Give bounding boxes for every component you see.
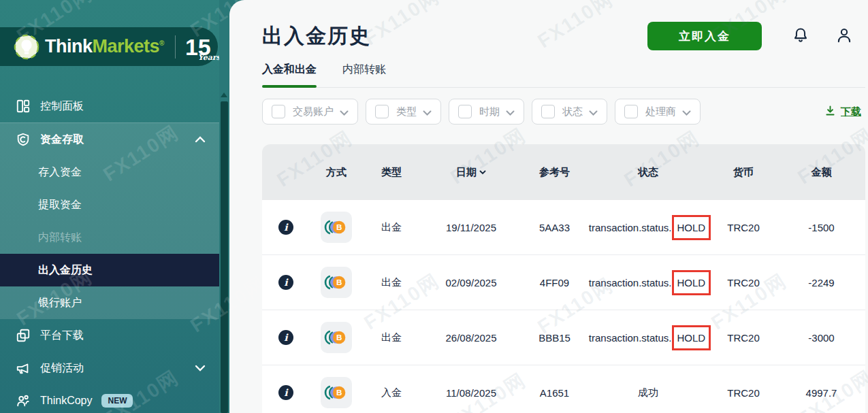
filter-processor[interactable]: 处理商 xyxy=(615,99,701,125)
reference-cell: BBB15 xyxy=(522,332,587,344)
sidebar-item-transaction-history[interactable]: 出入金历史 xyxy=(0,254,219,286)
svg-text:B: B xyxy=(336,222,342,231)
status-cell: 成功 xyxy=(587,386,709,399)
fifteen-years-badge: 15Years xyxy=(185,35,211,59)
col-amount: 金额 xyxy=(777,166,865,179)
person-icon xyxy=(835,27,853,46)
tab-deposits-withdrawals[interactable]: 入金和出金 xyxy=(262,63,317,87)
checkbox[interactable] xyxy=(375,105,389,118)
filter-status[interactable]: 状态 xyxy=(532,99,607,125)
col-method: 方式 xyxy=(310,166,363,179)
chevron-down-icon xyxy=(589,106,598,118)
currency-cell: TRC20 xyxy=(709,222,777,233)
sidebar-item-funds-access[interactable]: 资金存取 xyxy=(0,123,219,156)
sidebar-item-label: 提取资金 xyxy=(38,198,82,212)
info-icon[interactable]: i xyxy=(278,385,293,400)
sidebar-item-label: 控制面板 xyxy=(40,99,84,114)
sidebar-item-platform-download[interactable]: 平台下载 xyxy=(0,319,219,352)
crypto-method-icon: B xyxy=(321,212,352,243)
brand-wordmark: ThinkMarkets® xyxy=(45,36,164,57)
sidebar-item-bank-accounts[interactable]: 银行账户 xyxy=(0,286,219,319)
sidebar-item-promotions[interactable]: 促销活动 xyxy=(0,352,219,384)
hold-status-annotation: HOLD xyxy=(672,215,711,240)
hold-status-annotation: HOLD xyxy=(672,325,711,350)
type-cell: 出金 xyxy=(363,331,420,344)
col-currency: 货币 xyxy=(709,166,777,179)
crypto-method-icon: B xyxy=(321,377,352,408)
brand-logo[interactable]: ThinkMarkets® 15Years xyxy=(0,27,218,66)
checkbox[interactable] xyxy=(272,105,285,118)
sidebar-item-deposit-funds[interactable]: 存入资金 xyxy=(0,156,219,188)
chevron-down-icon xyxy=(682,106,691,118)
table-row: i B 出金 19/11/2025 5AA33 transaction.stat… xyxy=(262,200,865,255)
people-icon xyxy=(15,393,31,408)
date-cell: 02/09/2025 xyxy=(420,277,522,288)
sidebar-nav: 控制面板 资金存取 存入资金 提取资金 内部转账 出入金历史 银行账户 xyxy=(0,90,219,413)
amount-cell: -3000 xyxy=(777,332,865,344)
account-button[interactable] xyxy=(835,27,853,46)
type-cell: 出金 xyxy=(363,221,420,234)
type-cell: 出金 xyxy=(363,276,420,289)
sidebar-item-dashboard[interactable]: 控制面板 xyxy=(0,90,219,122)
hold-status-annotation: HOLD xyxy=(672,270,711,295)
checkbox[interactable] xyxy=(458,105,472,118)
scroll-up-arrow-icon[interactable] xyxy=(221,93,227,97)
checkbox[interactable] xyxy=(541,105,555,118)
table-header: 方式 类型 日期 参考号 状态 货币 金额 xyxy=(262,144,865,200)
currency-cell: TRC20 xyxy=(709,277,777,288)
currency-cell: TRC20 xyxy=(709,387,777,399)
sidebar-item-label: 内部转账 xyxy=(38,231,82,245)
amount-cell: -1500 xyxy=(777,222,865,233)
scrollbar-thumb[interactable] xyxy=(221,101,228,413)
chevron-down-icon xyxy=(506,106,515,118)
funds-access-icon xyxy=(15,132,31,147)
info-icon[interactable]: i xyxy=(278,275,293,290)
top-bar: 出入金历史 立即入金 xyxy=(262,0,868,50)
chevron-up-icon xyxy=(195,136,206,143)
date-cell: 26/08/2025 xyxy=(420,332,522,344)
sidebar-item-thinkcopy[interactable]: ThinkCopy NEW xyxy=(0,384,219,413)
col-date[interactable]: 日期 xyxy=(420,166,522,179)
tab-internal-transfer[interactable]: 内部转账 xyxy=(342,63,386,87)
crypto-method-icon: B xyxy=(321,267,352,298)
sidebar-item-withdraw-funds[interactable]: 提取资金 xyxy=(0,188,219,221)
reference-cell: 4FF09 xyxy=(522,277,587,288)
filter-period[interactable]: 时期 xyxy=(449,99,524,125)
col-status: 状态 xyxy=(587,166,709,179)
table-row: i B 出金 02/09/2025 4FF09 transaction.stat… xyxy=(262,255,865,310)
info-icon[interactable]: i xyxy=(278,330,293,345)
bell-icon xyxy=(792,27,809,46)
currency-cell: TRC20 xyxy=(709,332,777,344)
table-row: i B 出金 26/08/2025 BBB15 transaction.stat… xyxy=(262,310,865,365)
table-row: i B 入金 11/08/2025 A1651 成功 TRC20 4997.7 xyxy=(262,365,865,413)
col-type: 类型 xyxy=(363,166,420,179)
deposit-now-button[interactable]: 立即入金 xyxy=(647,22,762,50)
filter-trading-account[interactable]: 交易账户 xyxy=(262,99,358,125)
reference-cell: A1651 xyxy=(522,387,587,399)
col-reference: 参考号 xyxy=(522,166,587,179)
download-link[interactable]: 下载 xyxy=(824,105,861,118)
sidebar-scrollbar[interactable] xyxy=(219,0,229,413)
amount-cell: -2249 xyxy=(777,277,865,288)
new-badge: NEW xyxy=(101,394,133,408)
download-icon xyxy=(824,105,836,118)
svg-text:B: B xyxy=(336,333,342,342)
sidebar-item-label: 出入金历史 xyxy=(38,263,93,278)
filter-bar: 交易账户 类型 时期 状态 处理商 xyxy=(262,99,868,125)
sidebar: ThinkMarkets® 15Years 控制面板 资金存取 存入资金 提取资… xyxy=(0,0,219,413)
info-icon[interactable]: i xyxy=(278,220,293,235)
transactions-table: 方式 类型 日期 参考号 状态 货币 金额 i B 出金 19/11/2025 … xyxy=(262,144,865,413)
checkbox[interactable] xyxy=(624,105,638,118)
filter-type[interactable]: 类型 xyxy=(366,99,441,125)
chevron-down-icon xyxy=(423,106,432,118)
chevron-down-icon xyxy=(195,365,206,371)
sidebar-item-internal-transfer[interactable]: 内部转账 xyxy=(0,221,219,254)
dashboard-icon xyxy=(15,99,31,114)
tab-bar: 入金和出金 内部转账 xyxy=(262,63,865,88)
notifications-button[interactable] xyxy=(792,27,809,46)
megaphone-icon xyxy=(15,361,31,376)
sidebar-item-label: ThinkCopy xyxy=(40,395,92,407)
svg-text:B: B xyxy=(336,388,342,397)
date-cell: 19/11/2025 xyxy=(420,222,522,233)
sidebar-item-label: 存入资金 xyxy=(38,165,82,180)
